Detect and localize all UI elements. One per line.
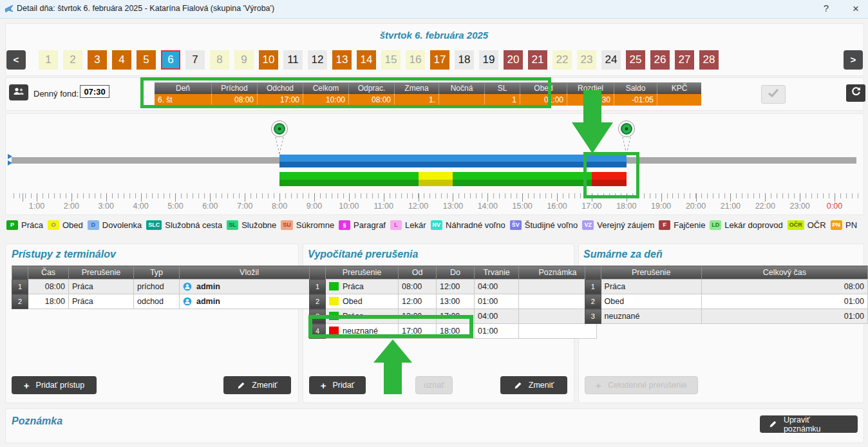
edit-note-button[interactable]: Upraviť poznámku [760,415,858,433]
axis-label: 0:00 [817,202,852,211]
day-27[interactable]: 27 [675,50,694,70]
edit-note-label: Upraviť poznámku [784,415,849,433]
legend-item-F: FFajčenie [659,220,705,230]
change-access-button[interactable]: Zmeniť [223,376,291,394]
refresh-button[interactable] [846,84,865,102]
check-icon [768,88,779,97]
annotation-rect-neuznane-row [308,315,473,338]
legend-label: Fajčenie [674,220,705,230]
day-1[interactable]: 1 [39,50,58,70]
day-12[interactable]: 12 [308,50,327,70]
segment-Práca [453,172,591,186]
day-19[interactable]: 19 [479,50,498,70]
day-14[interactable]: 14 [357,50,376,70]
day-10[interactable]: 10 [259,50,278,70]
terminal-access-row[interactable]: 218:00Prácaodchodadmin [12,294,319,309]
day-total-row[interactable]: 3neuznané01:00 [585,309,868,324]
pencil-icon [769,420,777,428]
day-9[interactable]: 9 [234,50,254,70]
day-detail-window: Detail dňa: štvrtok 6. februára 2025 - K… [0,0,868,447]
day-16[interactable]: 16 [406,50,425,70]
column-header [585,266,601,280]
day-4[interactable]: 4 [112,50,131,70]
terminal-access-row[interactable]: 108:00Prácapríchodadmin [12,280,319,294]
segment-Obed [419,172,453,186]
column-header: Typ [134,266,180,280]
interruption-note [519,324,597,339]
legend-item-VZ: VZVerejný záujem [582,220,654,230]
day-15[interactable]: 15 [381,50,401,70]
day-11[interactable]: 11 [283,50,303,70]
column-header: Prerušenie [326,266,399,280]
axis-label: 23:00 [782,202,817,211]
employee-group-button[interactable] [9,84,28,100]
column-header: Čas [28,266,69,280]
close-button[interactable]: × [849,3,863,15]
legend-badge: L [390,220,402,230]
day-25[interactable]: 25 [626,50,645,70]
legend-badge: LD [710,220,721,230]
add-access-button[interactable]: + Pridať prístup [12,376,97,394]
axis-label: 8:00 [262,202,297,211]
day-24[interactable]: 24 [601,50,621,70]
legend-item-§: §Paragraf [339,220,386,230]
day-13[interactable]: 13 [332,50,352,70]
day-3[interactable]: 3 [88,50,107,70]
legend-badge: § [339,220,350,230]
legend-item-L: LLekár [390,220,426,230]
legend-label: Obed [62,220,83,230]
legend-item-SU: SUSúkromne [281,220,334,230]
axis-label: 2:00 [54,202,89,211]
day-26[interactable]: 26 [650,50,670,70]
day-20[interactable]: 20 [504,50,523,70]
interruption-duration: 01:00 [475,324,519,339]
axis-label: 10:00 [332,202,366,211]
legend-item-OČR: OČROČR [788,220,826,230]
row-number: 1 [12,280,28,294]
segment-Práca [279,172,418,186]
day-28[interactable]: 28 [699,50,719,70]
day-21[interactable]: 21 [528,50,547,70]
legend-label: Náhradné voľno [446,220,505,230]
day-2[interactable]: 2 [63,50,82,70]
access-author: admin [180,280,319,294]
day-7[interactable]: 7 [185,50,205,70]
day-18[interactable]: 18 [455,50,474,70]
day-23[interactable]: 23 [577,50,596,70]
day-5[interactable]: 5 [137,50,156,70]
day-total-row[interactable]: 2Obed01:00 [585,294,868,309]
day-6[interactable]: 6 [161,50,180,70]
legend-badge: D [88,220,99,230]
interruption-name: Práca [326,280,399,294]
column-header: Prerušenie [69,266,134,280]
user-icon [183,282,192,291]
annotation-arrow-up-head [373,339,412,363]
pin-marker[interactable] [267,119,292,158]
day-total-row[interactable]: 1Práca08:00 [585,280,868,294]
change-interruption-button[interactable]: Zmeniť [500,376,567,394]
daily-fund-input[interactable] [80,85,109,98]
add-interruption-button[interactable]: + Pridať [309,376,366,394]
day-8[interactable]: 8 [210,50,229,70]
table-header-row: PrerušenieCelkový čas [585,266,868,280]
next-day-button[interactable]: > [844,50,863,70]
legend-item-NV: NVNáhradné voľno [431,220,505,230]
day-17[interactable]: 17 [430,50,449,70]
summary-col-header: KPČ [657,82,702,94]
terminals-table: ČasPrerušenieTypVložil108:00Prácapríchod… [12,265,319,309]
total-time: 01:00 [701,309,867,324]
help-button[interactable]: ? [819,3,833,15]
total-time: 01:00 [701,294,867,309]
total-name: Obed [601,294,701,309]
summary-cell: -01:05 [614,94,657,106]
fullday-interruption-button: + Celodenné prerušenie [585,376,698,394]
interruption-color-swatch [329,297,339,305]
computed-interruption-row[interactable]: 1Práca08:0012:0004:00 [310,280,597,294]
terminals-title: Prístupy z terminálov [12,249,116,260]
prev-day-button[interactable]: < [6,50,26,70]
pencil-icon [514,381,522,390]
day-22[interactable]: 22 [552,50,572,70]
legend-item-SLC: SLCSlužobná cesta [146,220,222,230]
access-time: 18:00 [28,294,69,309]
computed-interruption-row[interactable]: 2Obed12:0013:0001:00 [310,294,597,309]
